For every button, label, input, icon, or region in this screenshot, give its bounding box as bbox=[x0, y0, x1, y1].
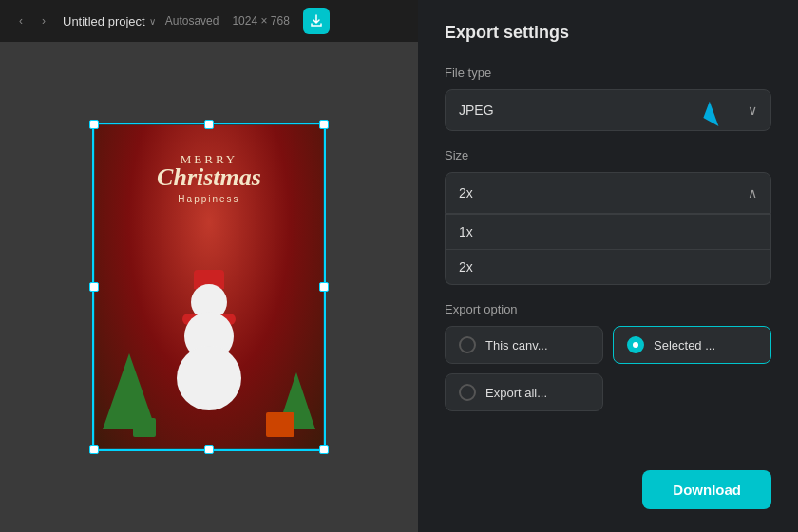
file-type-value: JPEG bbox=[459, 103, 494, 118]
happiness-text: Happiness bbox=[95, 194, 323, 204]
canvas-image: MERRY Christmas Happiness bbox=[95, 125, 323, 448]
option-this-canvas[interactable]: This canv... bbox=[445, 326, 603, 364]
gift-box-1 bbox=[266, 412, 294, 437]
file-type-label: File type bbox=[445, 66, 771, 80]
gift-box-2 bbox=[133, 418, 156, 437]
option-selected[interactable]: Selected ... bbox=[613, 326, 771, 364]
radio-selected-icon bbox=[627, 336, 644, 353]
file-type-chevron-icon: ∨ bbox=[748, 103, 757, 118]
canvas-wrapper[interactable]: MERRY Christmas Happiness bbox=[95, 125, 323, 448]
file-type-dropdown[interactable]: JPEG ∨ bbox=[445, 89, 771, 131]
christmas-text: Christmas bbox=[95, 163, 323, 192]
radio-export-all-icon bbox=[459, 384, 476, 401]
size-value: 2x bbox=[459, 185, 473, 200]
size-options-list: 1x 2x bbox=[445, 214, 771, 285]
project-chevron-icon: ∨ bbox=[149, 16, 156, 27]
forward-arrow[interactable]: › bbox=[34, 11, 53, 30]
export-settings-panel: Export settings File type JPEG ∨ Size 2x… bbox=[418, 0, 798, 532]
export-icon bbox=[310, 14, 323, 28]
panel-title: Export settings bbox=[445, 23, 771, 43]
canvas-area: MERRY Christmas Happiness bbox=[0, 42, 418, 532]
export-option-label: Export option bbox=[445, 302, 771, 316]
option-export-all-label: Export all... bbox=[485, 386, 547, 400]
size-label: Size bbox=[445, 148, 771, 162]
project-name[interactable]: Untitled project ∨ bbox=[63, 14, 156, 28]
top-bar: ‹ › Untitled project ∨ Autosaved 1024 × … bbox=[0, 0, 418, 42]
size-dropdown[interactable]: 2x ∧ bbox=[445, 172, 771, 214]
back-arrow[interactable]: ‹ bbox=[11, 11, 30, 30]
snowman bbox=[171, 306, 247, 410]
export-all-row: Export all... bbox=[445, 373, 771, 411]
export-radio-row: This canv... Selected ... bbox=[445, 326, 771, 364]
project-name-text: Untitled project bbox=[63, 14, 145, 28]
size-option-1x[interactable]: 1x bbox=[446, 214, 770, 249]
size-chevron-icon: ∧ bbox=[748, 185, 757, 200]
export-options-section: Export option This canv... Selected ... … bbox=[445, 302, 771, 411]
option-this-canvas-label: This canv... bbox=[485, 338, 548, 352]
left-panel: ‹ › Untitled project ∨ Autosaved 1024 × … bbox=[0, 0, 418, 532]
option-selected-label: Selected ... bbox=[654, 338, 715, 352]
size-option-2x[interactable]: 2x bbox=[446, 249, 770, 284]
export-button[interactable] bbox=[303, 8, 330, 34]
autosaved-label: Autosaved bbox=[165, 14, 219, 28]
snowman-body-bottom bbox=[177, 346, 241, 410]
download-button[interactable]: Download bbox=[642, 470, 771, 509]
option-export-all[interactable]: Export all... bbox=[445, 373, 603, 411]
radio-this-canvas-icon bbox=[459, 336, 476, 353]
dimensions-label: 1024 × 768 bbox=[232, 14, 289, 28]
nav-arrows: ‹ › bbox=[11, 11, 53, 30]
